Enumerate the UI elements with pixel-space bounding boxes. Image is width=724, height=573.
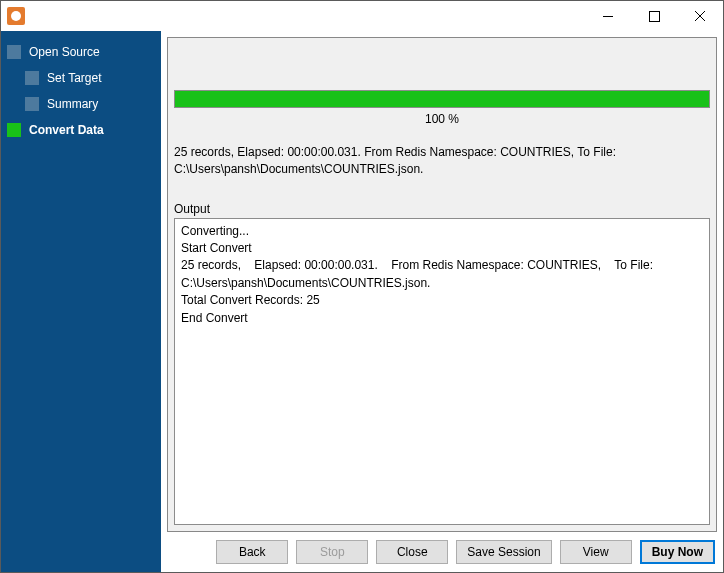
close-icon [695,11,705,21]
titlebar [1,1,723,31]
progress-percent-label: 100 % [174,108,710,134]
sidebar-item-label: Convert Data [29,123,104,137]
window-controls [585,1,723,31]
app-window: Open Source Set Target Summary Convert D… [0,0,724,573]
close-button[interactable]: Close [376,540,448,564]
app-icon [7,7,25,25]
sidebar-item-convert-data[interactable]: Convert Data [5,117,157,143]
step-indicator-icon [25,71,39,85]
view-button[interactable]: View [560,540,632,564]
minimize-button[interactable] [585,1,631,31]
sidebar-item-label: Summary [47,97,98,111]
main-panel: 100 % 25 records, Elapsed: 00:00:00.031.… [161,31,723,572]
buy-now-button[interactable]: Buy Now [640,540,715,564]
maximize-button[interactable] [631,1,677,31]
save-session-button[interactable]: Save Session [456,540,551,564]
sidebar-item-label: Set Target [47,71,101,85]
body: Open Source Set Target Summary Convert D… [1,31,723,572]
step-indicator-icon [7,123,21,137]
sidebar-item-summary[interactable]: Summary [23,91,157,117]
output-textarea[interactable]: Converting... Start Convert 25 records, … [174,218,710,525]
output-label: Output [174,202,710,216]
progress-section: 100 % [174,90,710,134]
step-indicator-icon [25,97,39,111]
status-text: 25 records, Elapsed: 00:00:00.031. From … [174,144,710,178]
content-box: 100 % 25 records, Elapsed: 00:00:00.031.… [167,37,717,532]
status-line-2: C:\Users\pansh\Documents\COUNTRIES.json. [174,161,710,178]
footer-buttons: Back Stop Close Save Session View Buy No… [167,532,717,566]
sidebar-item-set-target[interactable]: Set Target [23,65,157,91]
step-indicator-icon [7,45,21,59]
status-line-1: 25 records, Elapsed: 00:00:00.031. From … [174,144,710,161]
stop-button: Stop [296,540,368,564]
progress-fill [175,91,709,107]
close-window-button[interactable] [677,1,723,31]
back-button[interactable]: Back [216,540,288,564]
sidebar-item-open-source[interactable]: Open Source [5,39,157,65]
app-icon-inner [11,11,21,21]
progress-bar [174,90,710,108]
wizard-sidebar: Open Source Set Target Summary Convert D… [1,31,161,572]
sidebar-item-label: Open Source [29,45,100,59]
